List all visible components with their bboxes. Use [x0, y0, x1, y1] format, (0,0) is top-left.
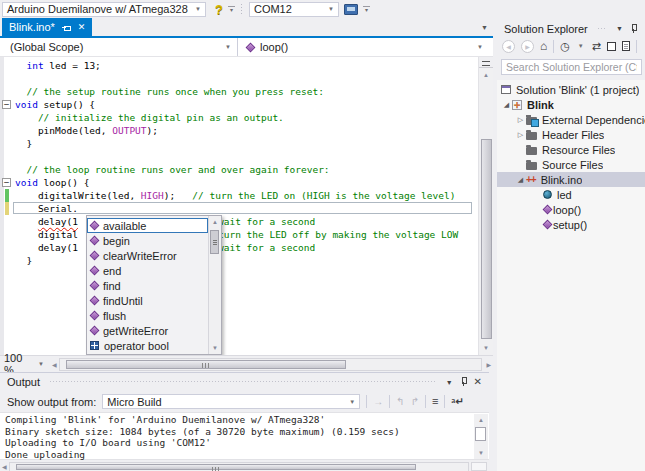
- intellisense-item[interactable]: end: [87, 263, 208, 278]
- scroll-up-icon[interactable]: ▲: [209, 217, 221, 227]
- expander-icon[interactable]: ▷: [515, 131, 526, 139]
- expander-icon[interactable]: ◢: [501, 101, 512, 109]
- tree-item-solution-blink-1-project[interactable]: Solution 'Blink' (1 project): [497, 82, 645, 97]
- output-text[interactable]: Compiling 'Blink' for 'Arduino Duemilano…: [0, 412, 489, 460]
- tree-item-blink[interactable]: ◢✛Blink: [497, 97, 645, 112]
- code-line[interactable]: }: [0, 137, 478, 150]
- output-vertical-scrollbar[interactable]: ▲ ▼: [474, 414, 488, 459]
- sync-with-active-document-icon[interactable]: ⇄: [592, 41, 601, 52]
- tree-item-blink-ino[interactable]: ◢++Blink.ino: [497, 172, 645, 187]
- code-line[interactable]: −void loop() {: [0, 176, 478, 189]
- clear-all-icon[interactable]: ≡: [432, 396, 438, 407]
- intellisense-scrollbar[interactable]: ▲ ▼: [208, 216, 221, 354]
- intellisense-item[interactable]: find: [87, 278, 208, 293]
- code-line[interactable]: int led = 13;: [0, 59, 478, 72]
- scrollbar-thumb[interactable]: [481, 139, 492, 339]
- tree-item-resource-files[interactable]: Resource Files: [497, 142, 645, 157]
- previous-message-icon[interactable]: ↰: [396, 397, 404, 407]
- code-line[interactable]: digitalturn the LED off by making the vo…: [0, 228, 478, 241]
- scroll-down-icon[interactable]: ▼: [209, 343, 221, 353]
- intellisense-item-label: end: [103, 265, 121, 277]
- panel-grip[interactable]: [597, 27, 607, 31]
- intellisense-item[interactable]: getWriteError: [87, 323, 208, 338]
- collapse-all-icon[interactable]: [607, 42, 616, 51]
- editor-vertical-scrollbar[interactable]: ▲ ▼: [478, 57, 493, 355]
- intellisense-item[interactable]: findUntil: [87, 293, 208, 308]
- toolbar-overflow-icon[interactable]: ▾: [363, 6, 370, 12]
- tree-item-led[interactable]: led: [497, 187, 645, 202]
- code-line[interactable]: }: [0, 254, 478, 267]
- board-select[interactable]: Arduino Duemilanove w/ ATmega328 ▼: [2, 2, 206, 17]
- scroll-right-icon[interactable]: ▶: [484, 361, 493, 368]
- tree-item-source-files[interactable]: Source Files: [497, 157, 645, 172]
- code-line[interactable]: digitalWrite(led, HIGH); // turn the LED…: [0, 189, 478, 202]
- intellisense-item[interactable]: flush: [87, 308, 208, 323]
- document-list-chevron-icon[interactable]: ▼: [481, 24, 488, 31]
- window-menu-chevron-icon[interactable]: ▼: [616, 25, 623, 32]
- intellisense-item[interactable]: operator bool: [87, 338, 208, 353]
- code-line[interactable]: // the setup routine runs once when you …: [0, 85, 478, 98]
- tree-item-external-dependencies[interactable]: ▷External Dependencies: [497, 112, 645, 127]
- scope-dropdown[interactable]: (Global Scope) ▼: [0, 38, 238, 56]
- intellisense-item[interactable]: clearWriteError: [87, 248, 208, 263]
- pin-icon[interactable]: [459, 377, 468, 387]
- scrollbar-track[interactable]: [9, 462, 469, 471]
- scrollbar-thumb[interactable]: [66, 360, 346, 369]
- pending-changes-filter-icon[interactable]: ◷: [560, 41, 570, 52]
- toolbar-overflow-icon[interactable]: ▾: [228, 6, 235, 12]
- splitter-handle[interactable]: [479, 57, 493, 68]
- home-icon[interactable]: ⌂: [540, 40, 547, 52]
- search-input[interactable]: [501, 59, 642, 75]
- code-line[interactable]: [0, 150, 478, 163]
- tab-blink-ino[interactable]: Blink.ino* ✕: [2, 18, 92, 36]
- output-horizontal-scrollbar[interactable]: ◀: [0, 461, 489, 471]
- output-source-select[interactable]: Micro Build ▼: [102, 394, 360, 409]
- intellisense-item[interactable]: begin: [87, 233, 208, 248]
- pin-icon[interactable]: [629, 24, 638, 34]
- help-icon[interactable]: ?: [215, 2, 223, 17]
- window-menu-chevron-icon[interactable]: ▼: [446, 379, 453, 386]
- serial-monitor-icon[interactable]: [344, 4, 358, 15]
- show-all-files-icon[interactable]: [622, 41, 630, 51]
- scroll-left-icon[interactable]: ◀: [0, 463, 9, 470]
- code-line[interactable]: // initialize the digital pin as an outp…: [0, 111, 478, 124]
- tree-item-setup[interactable]: setup(): [497, 217, 645, 232]
- intellisense-item[interactable]: available: [87, 218, 208, 233]
- scroll-down-icon[interactable]: ▼: [479, 342, 493, 354]
- back-icon[interactable]: ◀: [502, 40, 515, 53]
- collapse-region-icon[interactable]: −: [2, 178, 11, 187]
- scroll-up-icon[interactable]: ▲: [479, 69, 493, 81]
- scrollbar-thumb[interactable]: [475, 427, 486, 441]
- code-line[interactable]: [0, 72, 478, 85]
- output-panel: Output ▼ ✕ Show output from: Micro Build…: [0, 372, 489, 471]
- port-select[interactable]: COM12 ▼: [249, 2, 339, 17]
- member-dropdown[interactable]: loop() ▼: [238, 38, 493, 56]
- close-icon[interactable]: ✕: [474, 377, 482, 387]
- forward-icon[interactable]: ▶: [521, 40, 534, 53]
- next-message-icon[interactable]: ↱: [411, 397, 419, 407]
- goto-message-icon[interactable]: →: [373, 397, 383, 407]
- tree-item-header-files[interactable]: ▷Header Files: [497, 127, 645, 142]
- expander-icon[interactable]: ▷: [515, 116, 526, 124]
- scrollbar-thumb[interactable]: [210, 230, 219, 254]
- pin-icon[interactable]: [62, 23, 71, 32]
- code-line[interactable]: // the loop routine runs over and over a…: [0, 163, 478, 176]
- collapse-region-icon[interactable]: −: [2, 100, 11, 109]
- expander-icon[interactable]: ◢: [515, 176, 526, 184]
- close-icon[interactable]: ✕: [78, 23, 86, 32]
- code-line[interactable]: delay(1wait for a second: [0, 215, 478, 228]
- word-wrap-icon[interactable]: ᵃ↵: [451, 396, 463, 407]
- chevron-down-icon[interactable]: ▼: [576, 43, 586, 49]
- editor-horizontal-scrollbar[interactable]: [59, 358, 483, 371]
- code-line[interactable]: Serial.: [0, 202, 478, 215]
- code-line[interactable]: delay(1wait for a second: [0, 241, 478, 254]
- scroll-up-icon[interactable]: ▲: [474, 414, 488, 426]
- code-editor[interactable]: int led = 13; // the setup routine runs …: [0, 57, 493, 355]
- code-line[interactable]: −void setup() {: [0, 98, 478, 111]
- scroll-left-icon[interactable]: ◀: [50, 361, 59, 368]
- scroll-down-icon[interactable]: ▼: [474, 447, 488, 459]
- panel-grip[interactable]: [49, 380, 437, 384]
- scrollbar-thumb[interactable]: [16, 464, 416, 470]
- tree-item-loop[interactable]: loop(): [497, 202, 645, 217]
- code-line[interactable]: pinMode(led, OUTPUT);: [0, 124, 478, 137]
